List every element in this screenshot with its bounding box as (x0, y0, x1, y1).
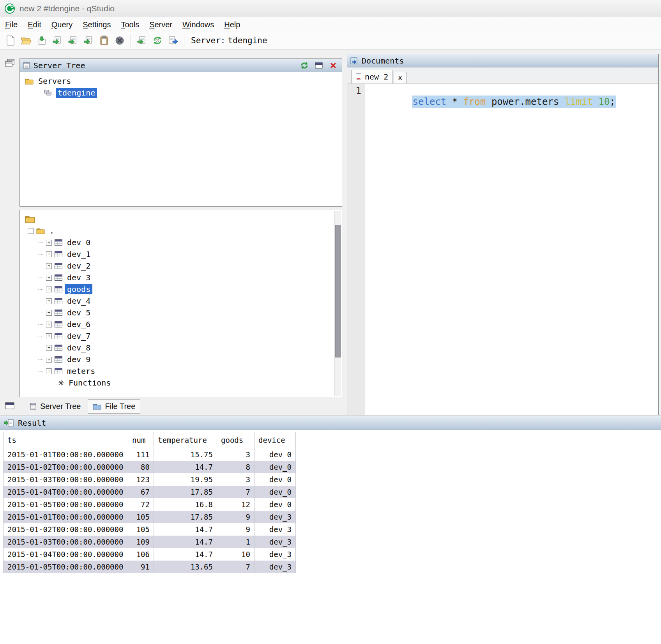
column-header-ts[interactable]: ts (4, 432, 128, 448)
menu-settings[interactable]: Settings (78, 19, 116, 31)
menu-tools[interactable]: Tools (116, 19, 144, 31)
expand-icon[interactable]: + (46, 357, 52, 363)
popout-panel-button[interactable] (313, 60, 324, 71)
tab-new-2[interactable]: new 2 (351, 70, 392, 83)
file-tree-item-dev_7[interactable]: +dev_7 (20, 330, 342, 342)
sql-editor[interactable]: 1 select * from power.meters limit 10; (347, 84, 658, 415)
code-area[interactable]: select * from power.meters limit 10; (365, 84, 658, 415)
server-tree-root-item[interactable]: Servers (20, 75, 342, 87)
expand-icon[interactable]: + (46, 322, 52, 327)
menu-bar: File Edit Query Settings Tools Server Wi… (0, 17, 661, 32)
result-panel: Result tsnumtemperaturegoodsdevice 2015-… (0, 415, 661, 644)
tab-close-button[interactable]: x (394, 72, 406, 83)
result-row-0[interactable]: 2015-01-01T00:00:00.00000011115.753dev_0 (4, 448, 296, 461)
result-row-6[interactable]: 2015-01-02T00:00:00.00000010514.79dev_3 (4, 523, 296, 536)
expand-icon[interactable]: + (46, 275, 52, 281)
cascade-windows-button[interactable] (5, 58, 15, 69)
server-input[interactable] (228, 36, 294, 45)
restore-window-button[interactable] (5, 402, 14, 410)
result-row-8[interactable]: 2015-01-04T00:00:00.00000010614.710dev_3 (4, 548, 296, 561)
column-header-temperature[interactable]: temperature (154, 432, 217, 448)
save-button[interactable] (34, 33, 49, 48)
run-file-button[interactable] (134, 33, 149, 48)
file-tree-panel: - . +dev_0+dev_1+dev_2+dev_3+goods+dev_4… (19, 210, 342, 397)
expand-icon[interactable]: + (46, 263, 52, 269)
result-row-7[interactable]: 2015-01-03T00:00:00.00000010914.71dev_3 (4, 536, 296, 548)
refresh-query-button[interactable] (150, 33, 165, 48)
expand-icon[interactable]: + (46, 287, 52, 292)
result-row-1[interactable]: 2015-01-02T00:00:00.0000008014.78dev_0 (4, 461, 296, 473)
file-tree-item-dev_2[interactable]: +dev_2 (20, 260, 342, 272)
tab-server-tree[interactable]: Server Tree (25, 400, 85, 413)
run-query-button[interactable] (50, 33, 65, 48)
cell-num: 105 (128, 523, 154, 536)
paste-button[interactable] (97, 33, 111, 48)
result-row-4[interactable]: 2015-01-05T00:00:00.0000007216.812dev_0 (4, 498, 296, 511)
new-file-button[interactable] (3, 33, 18, 48)
file-tree-item-dev_8[interactable]: +dev_8 (20, 342, 342, 354)
result-row-5[interactable]: 2015-01-01T00:00:00.00000010517.859dev_3 (4, 511, 296, 523)
menu-server[interactable]: Server (144, 19, 177, 31)
expand-icon[interactable]: + (46, 240, 52, 246)
run-selection-button[interactable] (81, 33, 96, 48)
cell-ts: 2015-01-01T00:00:00.000000 (4, 511, 128, 523)
functions-item[interactable]: Functions (20, 377, 342, 389)
stop-button[interactable] (112, 33, 127, 48)
file-tree-scrollbar[interactable] (334, 211, 341, 396)
result-header-row: tsnumtemperaturegoodsdevice (4, 432, 296, 448)
tree-item-label: dev_8 (65, 343, 92, 353)
expand-icon[interactable]: + (46, 310, 52, 316)
server-tree-tab-icon (30, 403, 37, 410)
code-token: 10 (598, 96, 610, 107)
file-tree-item-dev_5[interactable]: +dev_5 (20, 307, 342, 318)
table-icon (55, 251, 62, 257)
scrollbar-thumb[interactable] (335, 225, 341, 357)
functions-icon (58, 380, 64, 386)
cell-temperature: 19.95 (154, 473, 217, 486)
file-tree-item-meters[interactable]: +meters (20, 365, 342, 377)
editor-gutter: 1 (347, 84, 365, 415)
cell-num: 105 (128, 511, 154, 523)
file-tree-item-dev_0[interactable]: +dev_0 (20, 237, 342, 248)
file-tree-top-folder[interactable] (20, 213, 342, 225)
table-icon (55, 368, 62, 374)
file-tree-item-dev_1[interactable]: +dev_1 (20, 248, 342, 260)
expand-icon[interactable]: + (46, 298, 52, 304)
tab-file-tree[interactable]: File Tree (88, 399, 140, 414)
cell-ts: 2015-01-02T00:00:00.000000 (4, 461, 128, 473)
file-tree-item-dev_3[interactable]: +dev_3 (20, 272, 342, 283)
file-tree-item-goods[interactable]: +goods (20, 283, 342, 295)
menu-file[interactable]: File (0, 19, 23, 31)
result-row-3[interactable]: 2015-01-04T00:00:00.0000006717.857dev_0 (4, 486, 296, 498)
code-token: * (446, 96, 463, 107)
expand-icon[interactable]: + (46, 251, 52, 257)
file-tree-root-item[interactable]: - . (20, 225, 342, 237)
documents-icon (350, 57, 358, 65)
column-header-num[interactable]: num (128, 432, 154, 448)
run-line-button[interactable] (65, 33, 80, 48)
file-tree-item-dev_6[interactable]: +dev_6 (20, 318, 342, 330)
menu-help[interactable]: Help (219, 19, 245, 31)
file-tree-item-dev_9[interactable]: +dev_9 (20, 354, 342, 365)
column-header-device[interactable]: device (255, 432, 296, 448)
refresh-tree-button[interactable] (299, 60, 310, 71)
open-file-button[interactable] (19, 33, 34, 48)
collapse-icon[interactable]: - (28, 228, 34, 234)
server-item-tdengine[interactable]: tdengine (20, 87, 342, 99)
result-row-9[interactable]: 2015-01-05T00:00:00.0000009113.657dev_3 (4, 561, 296, 573)
documents-title: Documents (362, 56, 404, 65)
tree-item-label: goods (65, 284, 92, 294)
menu-query[interactable]: Query (46, 19, 78, 31)
menu-edit[interactable]: Edit (23, 19, 46, 31)
file-tree-item-dev_4[interactable]: +dev_4 (20, 295, 342, 307)
expand-icon[interactable]: + (46, 333, 52, 339)
result-row-2[interactable]: 2015-01-03T00:00:00.00000012319.953dev_0 (4, 473, 296, 486)
expand-icon[interactable]: + (46, 345, 52, 351)
export-button[interactable] (166, 33, 180, 48)
menu-windows[interactable]: Windows (177, 19, 219, 31)
close-panel-button[interactable] (328, 60, 339, 71)
column-header-goods[interactable]: goods (217, 432, 255, 448)
expand-icon[interactable]: + (46, 368, 52, 374)
cell-num: 80 (128, 461, 154, 473)
cell-device: dev_3 (255, 523, 296, 536)
